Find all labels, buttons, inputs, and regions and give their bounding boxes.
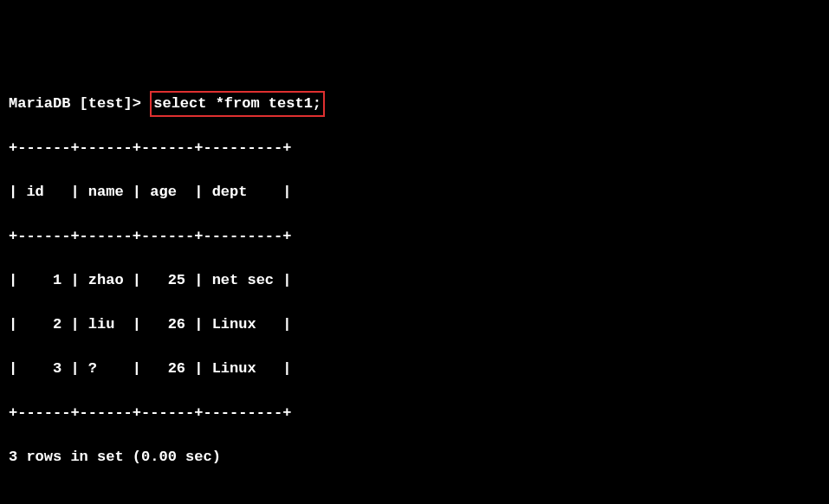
terminal-line-1: MariaDB [test]> select *from test1; bbox=[9, 93, 820, 115]
table1-row-1: | 1 | zhao | 25 | net sec | bbox=[9, 269, 820, 292]
command-1-highlight: select *from test1; bbox=[150, 91, 325, 117]
command-1[interactable]: select *from test1; bbox=[153, 95, 321, 112]
table1-sep-mid: +------+------+------+---------+ bbox=[9, 225, 820, 248]
table1-sep-bot: +------+------+------+---------+ bbox=[9, 402, 820, 424]
table1-row-2: | 2 | liu | 26 | Linux | bbox=[9, 313, 820, 336]
result-1: 3 rows in set (0.00 sec) bbox=[9, 446, 820, 468]
prompt: MariaDB [test]> bbox=[9, 95, 150, 112]
table1-row-3: | 3 | ? | 26 | Linux | bbox=[9, 358, 820, 380]
table1-header: | id | name | age | dept | bbox=[9, 181, 820, 204]
table1-sep-top: +------+------+------+---------+ bbox=[9, 137, 820, 159]
